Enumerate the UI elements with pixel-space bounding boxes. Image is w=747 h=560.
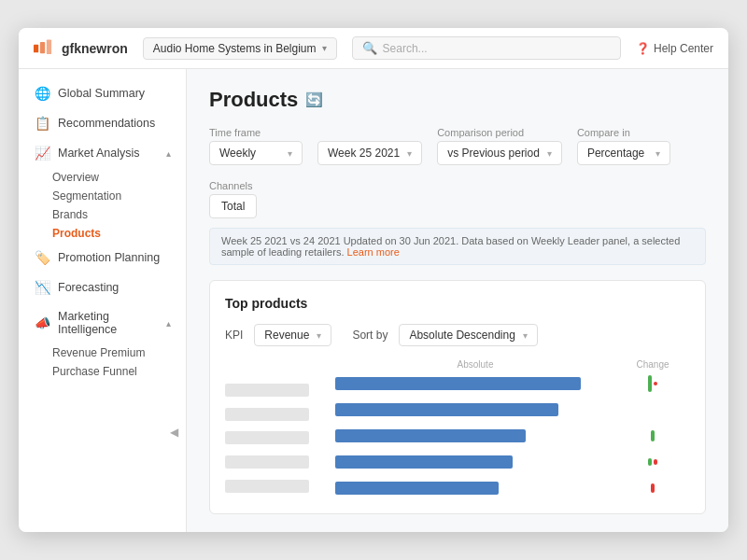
marketing-icon: 📣	[34, 315, 50, 330]
sort-value: Absolute Descending	[409, 329, 514, 342]
week-value: Week 25 2021	[328, 147, 400, 160]
chevron-down-icon: ▾	[407, 148, 412, 159]
timeframe-filter: Time frame Weekly ▾	[209, 127, 303, 165]
app-window: gfknewron Audio Home Systems in Belgium …	[19, 28, 728, 532]
bars-col	[335, 373, 615, 498]
chart-label-2	[225, 431, 309, 444]
learn-more-link[interactable]: Learn more	[347, 246, 400, 258]
chevron-down-icon: ▾	[547, 148, 552, 159]
chevron-down-icon: ▾	[317, 330, 321, 341]
kpi-label: KPI	[225, 329, 243, 342]
market-analysis-icon: 📈	[34, 146, 50, 161]
logo: gfknewron	[34, 38, 128, 59]
sidebar-sub-overview[interactable]: Overview	[19, 168, 186, 187]
sidebar-item-label: Global Summary	[58, 87, 145, 100]
change-pos-0	[648, 375, 652, 392]
timeframe-label: Time frame	[209, 127, 303, 138]
chevron-up-icon: ▴	[166, 148, 171, 159]
chart-labels-col	[225, 359, 328, 498]
change-neg-4	[651, 483, 655, 493]
bar-4	[335, 482, 499, 495]
change-cell-0	[615, 373, 690, 394]
sidebar-section-market-analysis[interactable]: 📈 Market Analysis ▴	[19, 138, 186, 168]
sidebar-section-marketing-intelligence[interactable]: 📣 Marketing Intelligence ▴	[19, 302, 186, 343]
compare-in-label: Compare in	[577, 127, 670, 138]
refresh-icon[interactable]: 🔄	[305, 91, 323, 108]
help-label: Help Center	[654, 42, 713, 55]
change-pos-2	[651, 430, 655, 441]
sidebar-sub-brands[interactable]: Brands	[19, 205, 186, 224]
channels-value: Total	[209, 194, 257, 218]
top-products-card: Top products KPI Revenue ▾ Sort by Absol…	[209, 280, 706, 514]
change-cell-4	[615, 478, 690, 498]
chevron-down-icon: ▾	[322, 43, 327, 53]
help-center[interactable]: ❓ Help Center	[636, 42, 713, 55]
comparison-label: Comparison period	[437, 127, 562, 138]
bar-3	[335, 455, 513, 469]
col-header-absolute: Absolute	[335, 359, 615, 370]
change-neg-3	[654, 459, 657, 465]
content-area: Products 🔄 Time frame Weekly ▾ Week 25 2…	[187, 69, 728, 532]
bar-row-1	[335, 399, 608, 420]
sidebar-sub-segmentation[interactable]: Segmentation	[19, 187, 186, 205]
market-label: Audio Home Systems in Belgium	[153, 42, 317, 55]
comparison-value: vs Previous period	[447, 147, 540, 160]
channels-filter: Channels Total	[209, 180, 257, 218]
channels-label: Channels	[209, 180, 257, 191]
timeframe-value: Weekly	[219, 147, 256, 160]
bar-row-4	[335, 478, 608, 498]
change-pos-3	[648, 458, 652, 466]
compare-in-select[interactable]: Percentage ▾	[577, 141, 670, 165]
chart-label-1	[225, 408, 309, 421]
search-placeholder: Search...	[383, 42, 428, 55]
forecasting-icon: 📉	[34, 280, 50, 295]
svg-rect-0	[34, 44, 38, 52]
page-title: Products	[209, 88, 298, 112]
chevron-down-icon: ▾	[655, 148, 660, 159]
sidebar-item-forecasting[interactable]: 📉 Forecasting	[19, 273, 186, 302]
sort-select[interactable]: Absolute Descending ▾	[399, 324, 537, 346]
week-select[interactable]: Week 25 2021 ▾	[317, 141, 422, 165]
sidebar-sub-label: Brands	[52, 208, 88, 221]
change-cell-2	[615, 426, 690, 446]
kpi-row: KPI Revenue ▾ Sort by Absolute Descendin…	[225, 324, 690, 346]
bar-2	[335, 429, 526, 442]
sidebar-item-recommendations[interactable]: 📋 Recommendations	[19, 108, 186, 138]
sidebar-sub-revenue-premium[interactable]: Revenue Premium	[19, 343, 186, 362]
sidebar-item-label: Promotion Planning	[58, 251, 160, 264]
chart-label-0	[225, 384, 309, 397]
chevron-down-icon: ▾	[288, 148, 292, 159]
search-bar[interactable]: 🔍 Search...	[352, 36, 621, 60]
market-selector[interactable]: Audio Home Systems in Belgium ▾	[143, 37, 337, 60]
kpi-select[interactable]: Revenue ▾	[254, 324, 331, 346]
chevron-up-icon: ▴	[166, 318, 171, 329]
week-filter: Week 25 2021 ▾	[317, 128, 422, 165]
sidebar-sub-purchase-funnel[interactable]: Purchase Funnel	[19, 362, 186, 381]
logo-text: gfknewron	[62, 41, 128, 56]
change-cell-3	[615, 452, 690, 472]
change-neg-0	[654, 382, 657, 385]
svg-rect-2	[47, 39, 51, 54]
card-title: Top products	[225, 296, 690, 311]
chart-label-3	[225, 455, 309, 469]
sidebar-sub-label: Purchase Funnel	[52, 365, 137, 378]
sidebar-sub-label: Products	[52, 227, 101, 240]
bars-and-change	[335, 373, 690, 498]
search-icon: 🔍	[362, 41, 377, 55]
logo-icon	[34, 38, 58, 59]
comparison-select[interactable]: vs Previous period ▾	[437, 141, 562, 165]
sidebar-collapse-btn[interactable]: ◀	[19, 418, 186, 439]
timeframe-select[interactable]: Weekly ▾	[209, 141, 303, 165]
bar-1	[335, 403, 558, 416]
promotion-icon: 🏷️	[34, 250, 50, 265]
sidebar-item-promotion-planning[interactable]: 🏷️ Promotion Planning	[19, 243, 186, 273]
sidebar: 🌐 Global Summary 📋 Recommendations 📈 Mar…	[19, 69, 187, 532]
bar-row-0	[335, 373, 608, 394]
sidebar-section-label: Market Analysis	[58, 147, 140, 160]
change-cell-1	[615, 399, 690, 420]
chart-col-headers: Absolute Change	[335, 359, 690, 370]
sidebar-sub-label: Revenue Premium	[52, 346, 145, 359]
sidebar-sub-products[interactable]: Products	[19, 224, 186, 243]
sidebar-item-global-summary[interactable]: 🌐 Global Summary	[19, 78, 186, 108]
col-header-change: Change	[615, 359, 690, 370]
